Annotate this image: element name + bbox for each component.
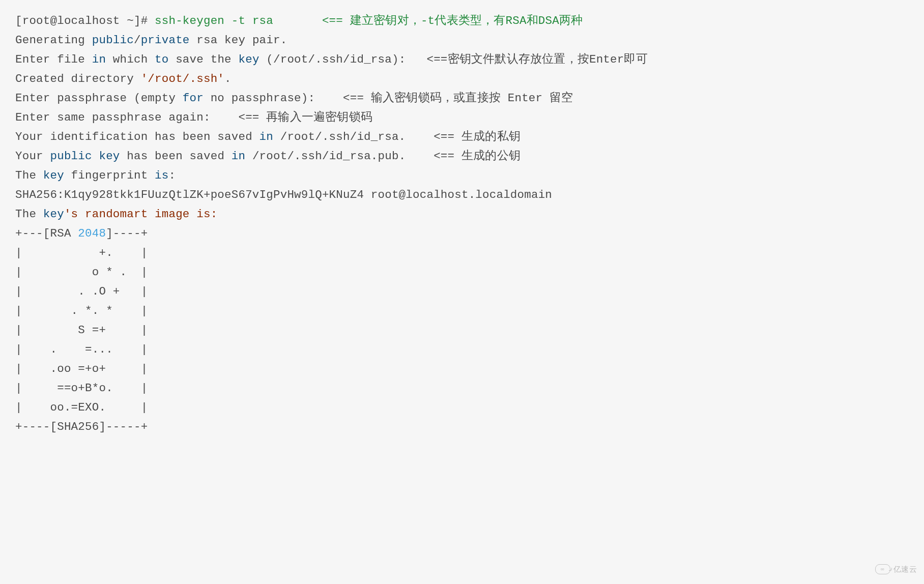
terminal-text-segment: 's randomart image is:: [64, 208, 217, 221]
terminal-text-segment: | +. |: [15, 246, 148, 259]
terminal-line: +---[RSA 2048]----+: [15, 224, 910, 243]
terminal-text-segment: fingerprint: [64, 169, 155, 182]
terminal-text-segment: ]----+: [106, 227, 148, 240]
terminal-text-segment: '/root/.ssh': [141, 72, 224, 85]
terminal-text-segment: +---[RSA: [15, 227, 78, 240]
terminal-text-segment: | ==o+B*o. |: [15, 382, 148, 395]
terminal-text-segment: +----[SHA256]-----+: [15, 420, 148, 433]
cloud-icon: ∞: [875, 564, 890, 574]
terminal-text-segment: in: [92, 53, 106, 66]
terminal-line: | o * . |: [15, 262, 910, 282]
terminal-line: SHA256:K1qy928tkk1FUuzQtlZK+poeS67vIgPvH…: [15, 185, 910, 205]
terminal-line: | . .O + |: [15, 282, 910, 301]
terminal-text-segment: | S =+ |: [15, 324, 148, 337]
terminal-text-segment: | oo.=EXO. |: [15, 401, 148, 414]
terminal-text-segment: | .oo =+o+ |: [15, 362, 148, 375]
terminal-text-segment: | . =... |: [15, 343, 148, 356]
terminal-output: [root@localhost ~]# ssh-keygen -t rsa <=…: [0, 0, 924, 584]
terminal-text-segment: /root/.ssh/id_rsa. <== 生成的私钥: [273, 130, 521, 143]
terminal-line: The key's randomart image is:: [15, 205, 910, 224]
terminal-text-segment: key: [43, 169, 64, 182]
terminal-text-segment: key: [239, 53, 259, 66]
terminal-line: | . =... |: [15, 340, 910, 359]
terminal-text-segment: ssh-keygen -t rsa <== 建立密钥对，-t代表类型，有RSA和…: [155, 14, 583, 27]
terminal-text-segment: [root@localhost ~]#: [15, 14, 155, 27]
terminal-text-segment: public: [92, 34, 134, 47]
terminal-line: [root@localhost ~]# ssh-keygen -t rsa <=…: [15, 11, 910, 31]
terminal-text-segment: public key: [50, 150, 120, 163]
terminal-line: | oo.=EXO. |: [15, 398, 910, 417]
terminal-text-segment: in: [259, 130, 273, 143]
terminal-line: | . *. * |: [15, 301, 910, 320]
terminal-text-segment: no passphrase): <== 输入密钥锁码，或直接按 Enter 留空: [204, 92, 573, 105]
terminal-line: Created directory '/root/.ssh'.: [15, 69, 910, 89]
terminal-text-segment: /: [134, 34, 141, 47]
terminal-text-segment: | o * . |: [15, 266, 148, 279]
terminal-text-segment: rsa key pair.: [190, 34, 287, 47]
terminal-line: | +. |: [15, 243, 910, 262]
watermark-badge: ∞ 亿速云: [875, 560, 917, 579]
terminal-line: Your public key has been saved in /root/…: [15, 147, 910, 166]
terminal-line: | .oo =+o+ |: [15, 359, 910, 378]
terminal-line: | S =+ |: [15, 320, 910, 340]
terminal-text-segment: which: [106, 53, 155, 66]
terminal-text-segment: SHA256:K1qy928tkk1FUuzQtlZK+poeS67vIgPvH…: [15, 188, 552, 201]
terminal-text-segment: private: [141, 34, 190, 47]
terminal-text-segment: in: [232, 150, 245, 163]
terminal-text-segment: | . .O + |: [15, 285, 148, 298]
terminal-text-segment: .: [224, 72, 232, 85]
terminal-line: Your identification has been saved in /r…: [15, 127, 910, 147]
terminal-text-segment: Your identification has been saved: [15, 130, 259, 143]
terminal-line: Enter passphrase (empty for no passphras…: [15, 89, 910, 108]
terminal-text-segment: /root/.ssh/id_rsa.pub. <== 生成的公钥: [245, 150, 521, 163]
terminal-text-segment: 2048: [78, 227, 106, 240]
terminal-text-segment: :: [168, 169, 176, 182]
terminal-text-segment: save the: [168, 53, 238, 66]
terminal-line: +----[SHA256]-----+: [15, 417, 910, 436]
watermark-text: 亿速云: [893, 560, 917, 579]
terminal-text-segment: is: [155, 169, 168, 182]
terminal-line: Enter file in which to save the key (/ro…: [15, 50, 910, 69]
terminal-line: | ==o+B*o. |: [15, 378, 910, 398]
terminal-text-segment: (/root/.ssh/id_rsa): <==密钥文件默认存放位置，按Ente…: [259, 53, 648, 66]
terminal-text-segment: for: [183, 92, 204, 105]
terminal-text-segment: The: [15, 208, 43, 221]
terminal-text-segment: to: [155, 53, 168, 66]
terminal-text-segment: | . *. * |: [15, 304, 148, 317]
terminal-text-segment: The: [15, 169, 43, 182]
terminal-line: The key fingerprint is:: [15, 166, 910, 185]
terminal-text-segment: Created directory: [15, 72, 141, 85]
terminal-text-segment: Your: [15, 150, 50, 163]
terminal-text-segment: Generating: [15, 34, 92, 47]
terminal-text-segment: Enter passphrase (empty: [15, 92, 183, 105]
terminal-line: Generating public/private rsa key pair.: [15, 31, 910, 50]
terminal-text-segment: has been saved: [120, 150, 232, 163]
terminal-text-segment: Enter file: [15, 53, 92, 66]
terminal-text-segment: Enter same passphrase again: <== 再输入一遍密钥…: [15, 111, 372, 124]
terminal-line: Enter same passphrase again: <== 再输入一遍密钥…: [15, 108, 910, 127]
terminal-text-segment: key: [43, 208, 64, 221]
